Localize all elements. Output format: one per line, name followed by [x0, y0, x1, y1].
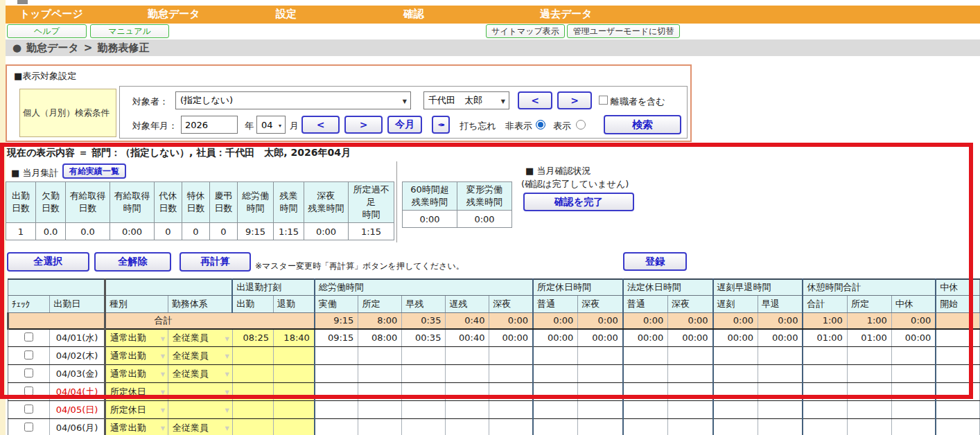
- clock-out-cell[interactable]: 18:40: [273, 329, 314, 347]
- col-group-3: 出退勤打刻: [232, 279, 315, 296]
- manual-button[interactable]: マニュアル: [90, 24, 169, 38]
- col-header: 退勤: [273, 296, 314, 313]
- clock-in-cell[interactable]: [232, 365, 273, 383]
- summary-col-header: 代休日数: [155, 182, 182, 223]
- nav-item-3[interactable]: 設定: [276, 8, 297, 21]
- pen-button[interactable]: ✒: [432, 116, 450, 134]
- nav-item-5[interactable]: 過去データ: [540, 8, 593, 21]
- target-month-label: 対象年月：: [132, 120, 177, 132]
- work-system-select-cell[interactable]: ▼: [168, 401, 232, 419]
- type-select-cell[interactable]: 通常出勤▼: [105, 419, 168, 435]
- employee-next-button[interactable]: >: [557, 91, 592, 109]
- type-select-cell[interactable]: 所定休日▼: [105, 383, 168, 401]
- clock-in-cell[interactable]: [232, 401, 273, 419]
- clock-out-cell[interactable]: [273, 383, 314, 401]
- type-select-cell[interactable]: 通常出勤▼: [105, 347, 168, 365]
- work-system-select-cell[interactable]: ▼: [168, 383, 232, 401]
- work-system-select-cell[interactable]: 全従業員▼: [168, 365, 232, 383]
- employee-select[interactable]: 千代田 太郎 ▼: [423, 91, 509, 109]
- type-select-cell[interactable]: 所定休日▼: [105, 401, 168, 419]
- register-button[interactable]: 登録: [623, 252, 687, 271]
- clock-out-cell[interactable]: [273, 365, 314, 383]
- time-value-cell: [623, 401, 668, 419]
- chevron-down-icon: ▼: [225, 425, 229, 432]
- col-header: 早退: [758, 296, 803, 313]
- monthly-summary-title: ■ 当月集計: [11, 167, 58, 179]
- target-select[interactable]: (指定しない) ▼: [175, 91, 411, 109]
- time-value-cell: [668, 347, 713, 365]
- summary-col-header: 総労働時間: [238, 182, 274, 223]
- time-value-cell: [578, 365, 623, 383]
- hide-radio[interactable]: [536, 120, 545, 130]
- time-value-cell: [489, 347, 533, 365]
- clock-in-cell[interactable]: 08:25: [232, 329, 273, 347]
- employee-prev-button[interactable]: <: [518, 91, 552, 109]
- total-value-cell: 0:35: [402, 313, 446, 329]
- summary-value-cell: 0:00: [304, 223, 349, 240]
- time-value-cell: [489, 419, 533, 435]
- nav-item-2[interactable]: 勤怠データ: [148, 8, 200, 21]
- month-select-value: 04: [261, 120, 273, 130]
- clock-in-cell[interactable]: [232, 347, 273, 365]
- time-value-cell: [315, 383, 358, 401]
- row-checkbox[interactable]: [24, 405, 33, 414]
- time-value-cell: [668, 419, 713, 435]
- total-value-cell: 1:00: [847, 313, 891, 329]
- nav-item-1[interactable]: トップページ: [19, 8, 83, 21]
- sitemap-button[interactable]: サイトマップ表示: [486, 24, 565, 38]
- date-cell: 04/02(木): [50, 347, 105, 365]
- search-button[interactable]: 検索: [604, 115, 681, 134]
- summary-value-cell: 0.0: [36, 223, 66, 240]
- type-select-cell[interactable]: 通常出勤▼: [105, 329, 168, 347]
- time-value-cell: 00:00: [578, 329, 623, 347]
- month-select[interactable]: 04 ▾: [256, 116, 286, 134]
- row-checkbox[interactable]: [24, 369, 33, 378]
- summary-col-header: 深夜残業時間: [304, 182, 349, 223]
- help-button[interactable]: ヘルプ: [7, 24, 87, 38]
- recalc-button[interactable]: 再計算: [180, 252, 251, 272]
- pen-icon: ✒: [437, 120, 445, 130]
- month-next-button[interactable]: >: [344, 116, 383, 134]
- chevron-down-icon: ▼: [161, 425, 165, 432]
- time-value-cell: 01:00: [847, 329, 891, 347]
- date-cell: 04/06(月): [50, 419, 105, 435]
- row-checkbox-cell: [8, 347, 50, 365]
- row-checkbox[interactable]: [24, 350, 33, 359]
- time-value-cell: [623, 383, 668, 401]
- confirm-complete-button[interactable]: 確認を完了: [523, 193, 634, 211]
- time-value-cell: [847, 347, 891, 365]
- confirm-status-title: ■ 当月確認状況: [525, 165, 590, 177]
- include-retired-checkbox[interactable]: [599, 96, 608, 105]
- time-value-cell: [578, 383, 623, 401]
- chevron-down-icon: ▼: [225, 371, 229, 378]
- work-system-select-cell[interactable]: 全従業員▼: [168, 347, 232, 365]
- select-all-button[interactable]: 全選択: [7, 252, 89, 272]
- clock-out-cell[interactable]: [273, 401, 314, 419]
- date-cell: 04/01(水): [50, 329, 105, 347]
- time-value-cell: [891, 419, 936, 435]
- row-checkbox[interactable]: [24, 387, 33, 396]
- month-prev-button[interactable]: <: [301, 116, 340, 134]
- year-input[interactable]: [181, 116, 238, 134]
- nav-item-4[interactable]: 確認: [403, 8, 424, 21]
- show-radio[interactable]: [576, 120, 586, 130]
- time-value-cell: [713, 419, 758, 435]
- type-select-cell[interactable]: 通常出勤▼: [105, 365, 168, 383]
- time-value-cell: [847, 401, 891, 419]
- summary-value-cell: 1:15: [274, 223, 304, 240]
- summary-divider: [396, 161, 397, 242]
- clock-in-cell[interactable]: [232, 383, 273, 401]
- summary-col-header: 慶弔日数: [210, 182, 238, 223]
- work-system-select-cell[interactable]: 全従業員▼: [168, 419, 232, 435]
- clock-in-cell[interactable]: [232, 419, 273, 435]
- paid-leave-list-button[interactable]: 有給実績一覧: [62, 163, 126, 179]
- this-month-button[interactable]: 今月: [387, 116, 422, 134]
- clock-out-cell[interactable]: [273, 419, 314, 435]
- admin-mode-button[interactable]: 管理ユーザーモードに切替: [567, 24, 680, 38]
- clear-all-button[interactable]: 全解除: [94, 252, 171, 272]
- work-system-select-cell[interactable]: 全従業員▼: [168, 329, 232, 347]
- row-checkbox[interactable]: [24, 423, 33, 432]
- row-checkbox[interactable]: [24, 332, 33, 341]
- time-value-cell: [489, 383, 533, 401]
- clock-out-cell[interactable]: [273, 347, 314, 365]
